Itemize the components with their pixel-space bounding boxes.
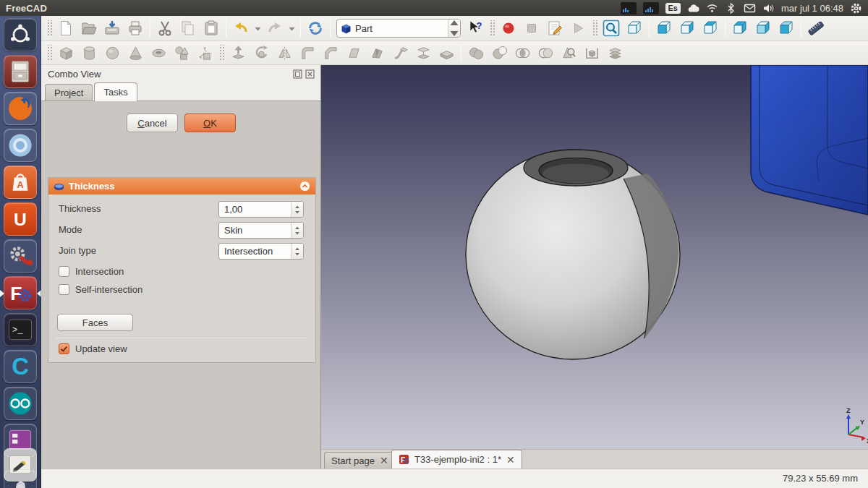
macro-play-button[interactable] [567,18,589,39]
tab-document[interactable]: F T33-ejemplo-ini2 : 1* ✕ [391,450,522,468]
paste-button[interactable] [200,18,222,39]
new-document-button[interactable] [55,18,77,39]
spin-buttons-icon[interactable] [291,202,303,217]
undo-button[interactable] [230,18,252,39]
close-tab-icon[interactable]: ✕ [380,455,388,466]
copy-button[interactable] [177,18,199,39]
part-boolean-button[interactable] [465,43,487,64]
part-extrude-button[interactable] [227,43,249,64]
checkbox-icon[interactable] [59,284,69,295]
view-front-button[interactable] [653,18,675,39]
launcher-firefox[interactable] [0,92,41,127]
view-axonometric-button[interactable] [624,18,645,39]
mode-select[interactable]: Skin [218,222,304,239]
part-join-button[interactable] [604,43,626,64]
launcher-arduino[interactable] [0,387,41,421]
close-panel-icon[interactable] [305,69,315,79]
workbench-selector[interactable]: Part [336,19,461,38]
part-compound-button[interactable] [581,43,603,64]
spin-buttons-icon[interactable] [291,244,303,259]
system-monitor-icon[interactable] [643,2,659,14]
launcher-software-center[interactable]: A [0,166,41,200]
launcher-chromium[interactable] [0,129,41,163]
toolbar-grip[interactable] [46,45,52,61]
close-tab-icon[interactable]: ✕ [506,455,515,465]
redo-dropdown[interactable] [287,18,297,39]
save-button[interactable] [101,18,123,39]
macro-edit-button[interactable] [544,18,566,39]
part-torus-button[interactable] [148,43,169,64]
toolbar-grip[interactable] [592,20,597,36]
wifi-icon[interactable] [706,2,718,14]
part-sphere-button[interactable] [101,43,123,64]
toolbar-grip[interactable] [489,20,495,36]
part-union-button[interactable] [511,43,533,64]
part-offset-button[interactable] [366,43,388,64]
cut-button[interactable] [154,18,176,39]
launcher-dash[interactable] [0,18,41,53]
launcher-arduino-icon[interactable] [4,387,37,420]
checkbox-checked-icon[interactable] [59,343,69,354]
launcher-files[interactable] [0,55,41,90]
clock[interactable]: mar jul 1 06:48 [781,3,843,14]
launcher-ubuntu-one[interactable]: U [0,202,41,237]
session-gear-icon[interactable] [850,2,862,14]
view-left-button[interactable] [752,18,774,39]
part-fillet-button[interactable] [297,43,318,64]
system-monitor-icon[interactable] [621,2,637,14]
part-section-button[interactable] [535,43,556,64]
toolbar-grip[interactable] [218,45,224,61]
launcher-software-center-icon[interactable]: A [4,166,37,199]
part-mirror-button[interactable] [273,43,295,64]
part-loft-button[interactable] [412,43,434,64]
tab-tasks[interactable]: Tasks [94,82,137,101]
part-box-button[interactable] [55,43,77,64]
bluetooth-icon[interactable] [725,2,737,14]
launcher-trash-icon[interactable] [4,470,37,488]
macro-record-button[interactable] [498,18,519,39]
intersection-checkbox[interactable]: Intersection [59,265,124,277]
launcher-dash-icon[interactable] [4,18,37,51]
tab-project[interactable]: Project [45,84,93,101]
launcher-files-icon[interactable] [4,55,37,88]
launcher-trash[interactable] [0,470,41,488]
launcher-system-settings[interactable] [0,239,41,274]
part-sweep-button[interactable] [389,43,411,64]
refresh-button[interactable] [305,18,326,39]
join-type-select[interactable]: Intersection [218,243,304,260]
launcher-dev-c[interactable]: C [0,350,41,385]
part-thickness-button[interactable] [435,43,457,64]
3d-viewport[interactable]: Z Y X [321,65,868,449]
ok-button[interactable]: OK [184,114,236,132]
checkbox-icon[interactable] [59,266,69,277]
launcher-system-settings-icon[interactable] [4,239,37,273]
part-cylinder-button[interactable] [78,43,100,64]
combo-arrows-icon[interactable] [448,20,460,37]
cloud-sync-icon[interactable] [687,2,699,14]
thickness-input[interactable]: 1,00 [218,201,304,218]
print-button[interactable] [124,18,146,39]
float-panel-icon[interactable] [293,69,302,79]
collapse-task-icon[interactable] [299,181,310,192]
redo-button[interactable] [264,18,286,39]
part-chamfer-button[interactable] [320,43,341,64]
view-top-button[interactable] [699,18,721,39]
keyboard-layout-indicator[interactable]: Es [665,3,681,14]
launcher-firefox-icon[interactable] [4,92,37,125]
part-check-geometry-button[interactable] [558,43,579,64]
measure-button[interactable] [805,18,827,39]
launcher-ubuntu-one-icon[interactable]: U [4,202,37,236]
self-intersection-checkbox[interactable]: Self-intersection [59,283,142,295]
part-revolve-button[interactable] [250,43,272,64]
part-cone-button[interactable] [124,43,146,64]
faces-button[interactable]: Faces [57,314,133,331]
part-primitives-button[interactable] [171,43,192,64]
cancel-button[interactable]: Cancel [127,114,178,132]
part-cut-button[interactable] [488,43,510,64]
update-view-checkbox[interactable]: Update view [59,343,127,354]
launcher-dev-c-icon[interactable]: C [4,350,37,383]
view-bottom-button[interactable] [775,18,797,39]
launcher-freecad[interactable]: F [0,276,41,311]
launcher-chromium-icon[interactable] [4,129,37,162]
view-rear-button[interactable] [729,18,751,39]
